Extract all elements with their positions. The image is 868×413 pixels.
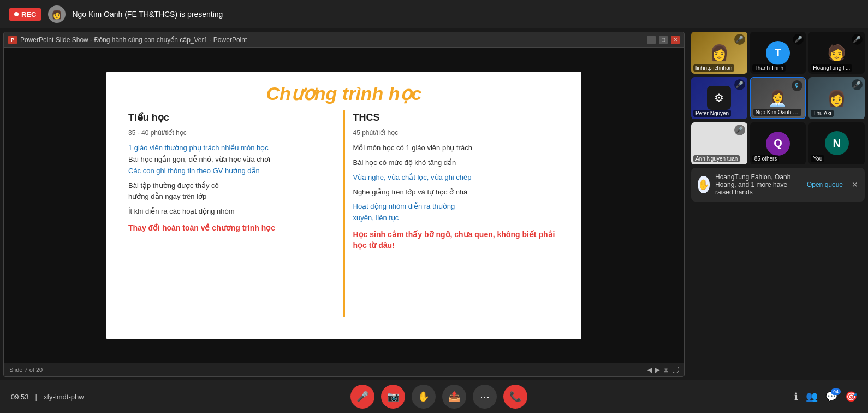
divider-line: | <box>35 393 37 401</box>
slide-wrapper: Chương trình học Tiểu học 35 - 40 phút/t… <box>4 48 684 363</box>
slide-number: Slide 7 of 20 <box>9 367 43 373</box>
participants-panel: 👩 🎤 linhntp ichnhan T 🎤 Thanh Trinh 🧑 🎤 … <box>688 28 868 380</box>
participant-label-you: You <box>811 155 824 162</box>
left-col-subheading: 35 - 40 phút/tiết học <box>128 128 335 138</box>
participants-row-3: 🎤 Anh Nguyen tuan Q 85 others N You <box>691 122 865 164</box>
participant-label-anh: Anh Nguyen tuan <box>693 155 740 162</box>
right-conclusion: Học sinh cảm thấy bỡ ngỡ, chưa quen, khô… <box>353 229 560 251</box>
ppt-icon: P <box>8 36 17 44</box>
slide-nav-icons[interactable]: ◀ ▶ ⊞ ⛶ <box>647 366 679 374</box>
participant-label-thuaki: Thu Aki <box>811 110 833 117</box>
chat-badge: 94 <box>831 388 841 395</box>
bottom-left: 09:53 | xfy-imdt-phw <box>11 393 84 401</box>
close-banner-button[interactable]: ✕ <box>852 180 858 189</box>
more-options-button[interactable]: ⋯ <box>473 385 497 409</box>
slide-divider <box>343 110 345 317</box>
rec-label: REC <box>21 10 36 19</box>
fullscreen-icon[interactable]: ⛶ <box>672 366 679 374</box>
left-item-1: 1 giáo viên thường phụ trách nhiều môn h… <box>128 143 335 154</box>
presenter-avatar: 👩 <box>48 5 66 23</box>
present-button[interactable]: 📤 <box>442 385 466 409</box>
view-grid-icon[interactable]: ⊞ <box>663 366 669 374</box>
participant-label-peter: Peter Nguyen <box>693 110 731 117</box>
right-item-3: Vừa nghe, vừa chắt lọc, vừa ghi chép <box>353 172 560 184</box>
right-item-4: Nghe giảng trên lớp và tự học ở nhà <box>353 187 560 198</box>
participant-label-thanhtrinh: Thanh Trinh <box>752 64 786 72</box>
meeting-code: xfy-imdt-phw <box>44 393 84 401</box>
minimize-button[interactable]: — <box>647 36 656 44</box>
right-col-heading: THCS <box>353 110 560 126</box>
rec-dot <box>14 12 19 16</box>
slide-bottom-bar: Slide 7 of 20 ◀ ▶ ⊞ ⛶ <box>4 363 684 376</box>
avatar-thanhtrinh: T <box>766 41 790 65</box>
meeting-time: 09:53 <box>11 393 29 401</box>
bottom-center-controls[interactable]: 🎤 📷 ✋ 📤 ⋯ 📞 <box>350 385 527 409</box>
right-item-2: Bài học có mức độ khó tăng dần <box>353 157 560 169</box>
slide-title: Chương trình học <box>123 82 565 104</box>
bottom-right-icons[interactable]: ℹ 👥 💬 94 🎯 <box>794 391 857 403</box>
obs-icon: ⚙ <box>707 86 731 110</box>
slide-columns: Tiểu học 35 - 40 phút/tiết học 1 giáo vi… <box>123 110 565 317</box>
mute-microphone-button[interactable]: 🎤 <box>350 385 374 409</box>
mic-icon-thuaki: 🎤 <box>852 79 863 90</box>
participants-icon[interactable]: 👥 <box>806 391 818 403</box>
left-item-4: Bài tập thường được thầy côhướng dẫn nga… <box>128 180 335 203</box>
window-titlebar: P PowerPoint Slide Show - Đồng hành cùng… <box>4 32 684 48</box>
mic-icon-hoangtung: 🎤 <box>852 34 863 45</box>
participant-thumb-ngokimoanh[interactable]: 👩‍💼 🎙 Ngo Kim Oanh (F... <box>750 77 806 119</box>
participants-row-2: ⚙ 🎤 Peter Nguyen 👩‍💼 🎙 Ngo Kim Oanh (F..… <box>691 77 865 119</box>
end-call-button[interactable]: 📞 <box>503 385 527 409</box>
mic-icon-anh: 🎤 <box>734 125 745 135</box>
raise-hand-button[interactable]: ✋ <box>412 385 436 409</box>
mic-icon-linhntp: 🎤 <box>734 34 745 45</box>
window-title: PowerPoint Slide Show - Đồng hành cùng c… <box>20 36 247 44</box>
main-layout: P PowerPoint Slide Show - Đồng hành cùng… <box>0 28 868 380</box>
participant-thumb-thuaki[interactable]: 👩 🎤 Thu Aki <box>808 77 865 119</box>
open-queue-button[interactable]: Open queue <box>807 181 843 188</box>
participant-thumb-peter[interactable]: ⚙ 🎤 Peter Nguyen <box>691 77 747 119</box>
activities-icon[interactable]: 🎯 <box>845 391 857 403</box>
raised-hands-banner: ✋ HoangTung Fahion, Oanh Hoang, and 1 mo… <box>691 168 865 202</box>
participant-thumb-hoangtung[interactable]: 🧑 🎤 HoangTung F... <box>808 32 865 74</box>
participant-label-hoangtung: HoangTung F... <box>811 64 852 72</box>
participant-thumb-thanhtrinh[interactable]: T 🎤 Thanh Trinh <box>750 32 806 74</box>
maximize-button[interactable]: □ <box>659 36 668 44</box>
presentation-slide: Chương trình học Tiểu học 35 - 40 phút/t… <box>106 72 581 339</box>
participant-thumb-85others[interactable]: Q 85 others <box>750 122 806 164</box>
raised-hands-message: HoangTung Fahion, Oanh Hoang, and 1 more… <box>715 173 801 196</box>
powerpoint-window: P PowerPoint Slide Show - Đồng hành cùng… <box>3 32 685 377</box>
left-column: Tiểu học 35 - 40 phút/tiết học 1 giáo vi… <box>123 110 341 317</box>
stop-camera-button[interactable]: 📷 <box>381 385 405 409</box>
left-col-heading: Tiểu học <box>128 110 335 126</box>
window-controls[interactable]: — □ ✕ <box>647 36 680 44</box>
participant-thumb-anh[interactable]: 🎤 Anh Nguyen tuan <box>691 122 747 164</box>
right-col-subheading: 45 phút/tiết học <box>353 128 560 138</box>
left-item-5: Ít khi diễn ra các hoạt động nhóm <box>128 206 335 217</box>
participants-row-1: 👩 🎤 linhntp ichnhan T 🎤 Thanh Trinh 🧑 🎤 … <box>691 32 865 74</box>
avatar-85others: Q <box>766 132 790 156</box>
rec-indicator: REC <box>9 8 41 21</box>
bottom-bar: 09:53 | xfy-imdt-phw 🎤 📷 ✋ 📤 ⋯ 📞 ℹ 👥 💬 9… <box>0 380 868 413</box>
participant-thumb-you[interactable]: N You <box>808 122 865 164</box>
right-column: THCS 45 phút/tiết học Mỗi môn học có 1 g… <box>348 110 566 317</box>
next-slide-button[interactable]: ▶ <box>655 366 660 374</box>
left-item-3: Các con ghi thông tin theo GV hướng dẫn <box>128 166 335 177</box>
prev-slide-button[interactable]: ◀ <box>647 366 652 374</box>
info-icon[interactable]: ℹ <box>794 391 798 403</box>
participant-label-linhntp: linhntp ichnhan <box>693 64 734 72</box>
mic-icon-peter: 🎤 <box>734 79 745 90</box>
top-bar: REC 👩 Ngo Kim Oanh (FE TH&THCS) is prese… <box>0 0 868 28</box>
raised-hand-icon: ✋ <box>698 176 710 193</box>
close-button[interactable]: ✕ <box>671 36 680 44</box>
participant-label-ngokimoanh: Ngo Kim Oanh (F... <box>753 109 802 116</box>
participant-thumb-linhntp[interactable]: 👩 🎤 linhntp ichnhan <box>691 32 747 74</box>
presentation-area: P PowerPoint Slide Show - Đồng hành cùng… <box>0 28 688 380</box>
presenter-name: Ngo Kim Oanh (FE TH&THCS) is presenting <box>72 10 223 19</box>
avatar-you: N <box>825 131 849 155</box>
left-conclusion: Thay đổi hoàn toàn về chương trình học <box>128 223 335 234</box>
right-item-5: Hoạt động nhóm diễn ra thườngxuyên, liên… <box>353 201 560 224</box>
chat-icon[interactable]: 💬 94 <box>825 391 837 403</box>
participant-label-85others: 85 others <box>752 155 780 162</box>
left-item-2: Bài học ngắn gọn, dễ nhớ, vừa học vừa ch… <box>128 154 335 166</box>
titlebar-left: P PowerPoint Slide Show - Đồng hành cùng… <box>8 36 247 44</box>
